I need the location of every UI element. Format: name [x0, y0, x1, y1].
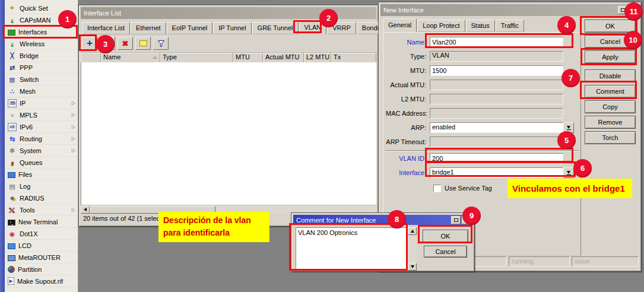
dot1x-icon — [8, 230, 17, 238]
sidebar-item-lcd[interactable]: LCD — [5, 240, 78, 252]
column-l2-mtu[interactable]: L2 MTU — [304, 53, 331, 62]
running-flag: running — [509, 256, 570, 266]
sidebar-item-label: Make Supout.rif — [17, 278, 63, 285]
sidebar-item-files[interactable]: Files — [5, 169, 78, 180]
column-type[interactable]: Type — [160, 53, 233, 62]
log-sheet-icon — [8, 182, 17, 191]
sidebar-item-ipv6[interactable]: IPv6▷ — [5, 121, 78, 133]
filter-funnel-icon — [157, 40, 165, 47]
new-interface-titlebar[interactable]: New Interface ✕ — [380, 4, 639, 16]
highlight-box-comment-ok — [418, 225, 472, 243]
scroll-down-button[interactable] — [408, 263, 417, 271]
sidebar-item-ip[interactable]: IP▷ — [5, 97, 78, 109]
tools-icon — [8, 206, 17, 214]
column-tx[interactable]: Tx — [331, 53, 376, 62]
comment-cancel-button[interactable]: Cancel — [424, 246, 467, 258]
sidebar-item-make-supout[interactable]: Make Supout.rif — [5, 275, 78, 287]
sidebar-item-queues[interactable]: Queues — [5, 157, 78, 169]
sidebar-item-mpls[interactable]: MPLS▷ — [5, 109, 78, 121]
column-selector[interactable] — [81, 53, 101, 62]
sidebar-item-bridge[interactable]: Bridge — [5, 50, 78, 62]
use-service-tag-checkbox[interactable] — [433, 185, 441, 192]
annotation-note-vlan-description: Descripción de la vlan para identificarl… — [158, 212, 269, 242]
torch-button[interactable]: Torch — [585, 131, 636, 144]
sidebar-item-mesh[interactable]: Mesh — [5, 85, 78, 97]
sidebar-item-label: MetaROUTER — [18, 254, 61, 261]
sidebar-item-system[interactable]: System▷ — [5, 145, 78, 157]
highlight-box-apply-button — [580, 48, 637, 65]
chevron-down-icon — [567, 126, 570, 129]
sidebar-item-switch[interactable]: Switch — [5, 74, 78, 85]
ppp-arrows-icon — [8, 64, 17, 72]
sidebar-item-label: Files — [18, 171, 32, 178]
disable-button[interactable]: ✖ — [118, 37, 133, 50]
column-mtu[interactable]: MTU — [233, 53, 263, 62]
tab-interface-list[interactable]: Interface List — [82, 22, 130, 34]
sphere-icon — [8, 111, 17, 119]
tab-ip-tunnel[interactable]: IP Tunnel — [213, 22, 251, 34]
sidebar-item-label: Dot1X — [20, 230, 38, 237]
tab-loop-protect[interactable]: Loop Protect — [417, 20, 465, 32]
arrow-left-icon — [84, 208, 87, 211]
sidebar-item-tools[interactable]: Tools▷ — [5, 204, 78, 216]
ip-255-icon — [8, 99, 17, 107]
arp-dropdown[interactable]: enabled — [430, 122, 574, 133]
sidebar-item-log[interactable]: Log — [5, 180, 78, 192]
column-actual-mtu[interactable]: Actual MTU — [263, 53, 304, 62]
sidebar-item-ppp[interactable]: PPP — [5, 62, 78, 74]
step-badge-3: 3 — [96, 35, 115, 53]
sidebar-item-wireless[interactable]: Wireless — [5, 38, 78, 50]
step-badge-2: 2 — [319, 9, 338, 27]
mtu-input[interactable] — [430, 65, 563, 76]
tab-general[interactable]: General — [383, 18, 417, 32]
interface-label: Interface: — [386, 169, 430, 176]
sidebar-item-label: RADIUS — [20, 195, 45, 202]
metarouter-icon — [8, 255, 15, 261]
rollup-button[interactable] — [451, 216, 461, 224]
sidebar-item-label: IPv6 — [20, 123, 33, 131]
sidebar-item-label: PPP — [20, 64, 33, 71]
vertical-scrollbar[interactable] — [408, 227, 417, 271]
tab-ethernet[interactable]: Ethernet — [131, 22, 166, 34]
sidebar-item-dot1x[interactable]: Dot1X — [5, 228, 78, 240]
tab-eoip-tunnel[interactable]: EoIP Tunnel — [167, 22, 213, 34]
step-badge-1: 1 — [58, 10, 77, 28]
comment-button-toolbar[interactable] — [135, 37, 151, 50]
mtu-label: MTU: — [386, 67, 430, 74]
sidebar-item-radius[interactable]: RADIUS — [5, 192, 78, 204]
name-label: Name: — [386, 39, 430, 46]
sidebar-item-metarouter[interactable]: MetaROUTER — [5, 252, 78, 264]
cross-icon: ✖ — [122, 39, 129, 48]
remove-button[interactable]: Remove — [585, 116, 636, 129]
interface-table-body[interactable] — [81, 62, 376, 205]
sidebar-item-label: Queues — [20, 159, 43, 166]
v6-icon — [8, 123, 17, 131]
sidebar-item-label: New Terminal — [18, 218, 58, 226]
type-label: Type: — [386, 53, 430, 60]
partition-pie-icon — [8, 266, 15, 273]
column-name[interactable]: Name — [101, 53, 160, 62]
type-value: VLAN — [430, 51, 563, 62]
sidebar-item-routing[interactable]: Routing▷ — [5, 133, 78, 145]
sidebar-item-label: Switch — [20, 76, 39, 83]
tab-traffic[interactable]: Traffic — [496, 20, 524, 32]
tab-gre-tunnel[interactable]: GRE Tunnel — [252, 22, 299, 34]
step-badge-7: 7 — [561, 69, 580, 87]
tab-status[interactable]: Status — [466, 20, 495, 32]
copy-button[interactable]: Copy — [585, 100, 636, 113]
sidebar-item-label: Routing — [20, 135, 42, 142]
submenu-arrow-icon: ▷ — [72, 100, 75, 106]
note-line: Descripción de la vlan — [163, 214, 265, 227]
note-line: para identificarla — [163, 227, 265, 239]
filter-button[interactable] — [153, 37, 169, 50]
sidebar-menu: Quick Set CAPsMAN Interfaces Wireless Br… — [5, 0, 78, 292]
table-header: Name Type MTU Actual MTU L2 MTU Tx — [81, 52, 376, 62]
submenu-arrow-icon: ▷ — [72, 112, 75, 118]
scroll-up-button[interactable] — [408, 227, 417, 235]
sidebar-item-new-terminal[interactable]: New Terminal — [5, 216, 78, 228]
use-service-tag-label: Use Service Tag — [445, 185, 492, 192]
slave-flag: slave — [572, 256, 639, 266]
scroll-left-button[interactable] — [81, 206, 90, 214]
sidebar-item-label: Wireless — [20, 40, 45, 47]
sidebar-item-partition[interactable]: Partition — [5, 264, 78, 275]
